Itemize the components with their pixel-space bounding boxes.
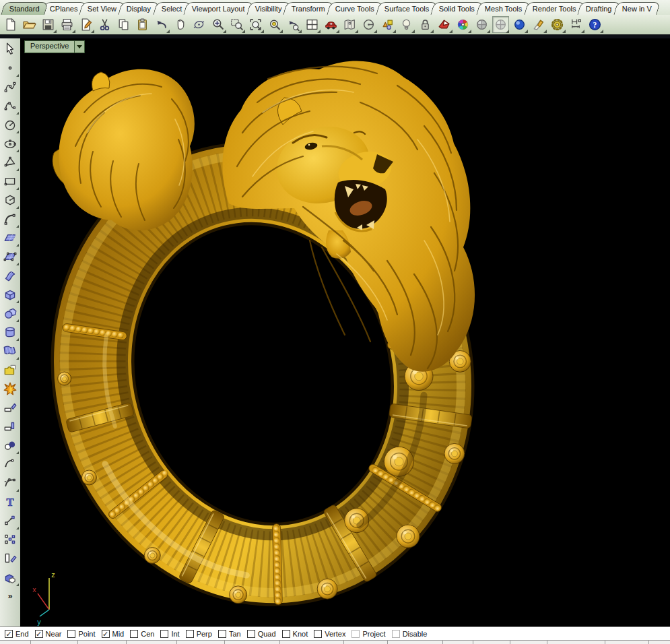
- paint-cone-icon[interactable]: [531, 17, 546, 32]
- ghosted-view-icon[interactable]: [493, 17, 508, 32]
- print-icon[interactable]: [59, 17, 75, 32]
- select-arrow-icon[interactable]: [3, 42, 18, 57]
- circle-icon[interactable]: [3, 117, 18, 132]
- tab-render-tools[interactable]: Render Tools: [524, 2, 584, 15]
- osnap-knot[interactable]: Knot: [282, 630, 308, 638]
- osnap-project-checkbox[interactable]: [351, 630, 360, 638]
- far-lion-head[interactable]: [53, 69, 195, 230]
- tab-viewport-layout[interactable]: Viewport Layout: [183, 2, 253, 15]
- undo-icon[interactable]: [154, 17, 169, 32]
- rendered-view-icon[interactable]: [512, 17, 527, 32]
- rotate-view-icon[interactable]: [191, 17, 207, 32]
- osnap-vertex[interactable]: Vertex: [314, 630, 345, 638]
- osnap-knot-checkbox[interactable]: [282, 630, 290, 638]
- rectangle-icon[interactable]: [3, 174, 18, 189]
- patch-icon[interactable]: [3, 344, 18, 358]
- osnap-vertex-checkbox[interactable]: [314, 630, 322, 638]
- array-icon[interactable]: [3, 532, 18, 547]
- tab-curve-tools[interactable]: Curve Tools: [327, 2, 382, 15]
- color-wheel-icon[interactable]: [455, 17, 471, 32]
- tab-solid-tools[interactable]: Solid Tools: [431, 2, 483, 15]
- pan-hand-icon[interactable]: [172, 17, 188, 32]
- tab-transform[interactable]: Transform: [283, 2, 334, 15]
- shaded-view-icon[interactable]: [474, 17, 490, 32]
- zoom-selected-icon[interactable]: [267, 17, 282, 32]
- boolean-difference-icon[interactable]: [3, 570, 18, 585]
- osnap-perp-checkbox[interactable]: [186, 630, 194, 638]
- undo-view-icon[interactable]: [286, 17, 301, 32]
- open-folder-icon[interactable]: [22, 17, 37, 32]
- arc-icon[interactable]: [3, 212, 18, 226]
- osnap-perp[interactable]: Perp: [186, 630, 212, 638]
- surface-points-icon[interactable]: [3, 249, 18, 264]
- edit-document-icon[interactable]: [78, 17, 94, 32]
- move-points-icon[interactable]: [3, 513, 18, 528]
- cut-icon[interactable]: [97, 17, 112, 32]
- chamfer-edge-icon[interactable]: [3, 419, 18, 434]
- tab-surface-tools[interactable]: Surface Tools: [376, 2, 438, 15]
- polygon-icon[interactable]: [3, 193, 18, 207]
- interp-curve-icon[interactable]: [3, 98, 18, 113]
- layers-map-icon[interactable]: [342, 17, 358, 32]
- light-bulb-icon[interactable]: [399, 17, 414, 32]
- osnap-circle-icon[interactable]: [361, 17, 376, 32]
- object-properties-icon[interactable]: [380, 17, 395, 32]
- zoom-extents-icon[interactable]: [248, 17, 263, 32]
- adjustable-arc-icon[interactable]: [3, 457, 18, 472]
- osnap-quad[interactable]: Quad: [247, 630, 276, 638]
- rebuild-curve-icon[interactable]: [3, 476, 18, 490]
- surface-plane-icon[interactable]: [3, 230, 18, 245]
- render-icon[interactable]: [436, 17, 452, 32]
- control-curve-icon[interactable]: [3, 79, 18, 94]
- named-view-car-icon[interactable]: [323, 17, 339, 32]
- ellipse-icon[interactable]: [3, 136, 18, 151]
- explode-icon[interactable]: [3, 381, 18, 396]
- help-icon[interactable]: ?: [587, 17, 603, 32]
- cylinder-icon[interactable]: [3, 325, 18, 340]
- osnap-point-checkbox[interactable]: [67, 630, 75, 638]
- osnap-int-checkbox[interactable]: [160, 630, 168, 638]
- osnap-disable-checkbox[interactable]: [392, 630, 400, 638]
- osnap-mid-checkbox[interactable]: ✓: [102, 630, 110, 638]
- osnap-near[interactable]: ✓Near: [35, 630, 62, 638]
- more-tools-icon[interactable]: »: [3, 589, 18, 604]
- new-file-icon[interactable]: [3, 17, 18, 32]
- viewport-grid-icon[interactable]: [304, 17, 320, 32]
- save-icon[interactable]: [40, 17, 56, 32]
- zoom-in-icon[interactable]: [210, 17, 226, 32]
- box-icon[interactable]: [3, 287, 18, 302]
- polygon-cone-icon[interactable]: [3, 155, 18, 170]
- lion-bangle-model[interactable]: z x y: [20, 38, 670, 626]
- osnap-near-checkbox[interactable]: ✓: [35, 630, 43, 638]
- osnap-int[interactable]: Int: [160, 630, 179, 638]
- dimension-icon[interactable]: [568, 17, 584, 32]
- osnap-cen-checkbox[interactable]: [130, 630, 138, 638]
- osnap-disable[interactable]: Disable: [392, 630, 428, 638]
- lock-icon[interactable]: [417, 17, 433, 32]
- tab-new-in-v[interactable]: New in V: [613, 2, 660, 15]
- trim-icon[interactable]: [3, 551, 18, 566]
- osnap-point[interactable]: Point: [67, 630, 95, 638]
- text-icon[interactable]: T: [3, 494, 18, 509]
- osnap-quad-checkbox[interactable]: [247, 630, 255, 638]
- osnap-end-checkbox[interactable]: ✓: [5, 630, 13, 638]
- copy-icon[interactable]: [116, 17, 131, 32]
- zoom-window-icon[interactable]: [229, 17, 244, 32]
- paste-icon[interactable]: [135, 17, 150, 32]
- fillet-edge-icon[interactable]: [3, 400, 18, 415]
- osnap-mid[interactable]: ✓Mid: [102, 630, 125, 638]
- viewport-title-label[interactable]: Perspective: [25, 41, 74, 53]
- tab-mesh-tools[interactable]: Mesh Tools: [477, 2, 531, 15]
- solid-sphere-icon[interactable]: [3, 306, 18, 321]
- osnap-end[interactable]: ✓End: [5, 630, 29, 638]
- point-icon[interactable]: [3, 61, 18, 75]
- sweep-surface-icon[interactable]: [3, 268, 18, 283]
- osnap-cen[interactable]: Cen: [130, 630, 154, 638]
- viewport-title-dropdown[interactable]: [74, 41, 84, 53]
- osnap-tan[interactable]: Tan: [218, 630, 241, 638]
- tab-standard[interactable]: Standard: [1, 2, 48, 15]
- osnap-project[interactable]: Project: [351, 630, 385, 638]
- boolean-puzzle-icon[interactable]: [3, 362, 18, 377]
- curve-boolean-icon[interactable]: [3, 438, 18, 453]
- perspective-viewport[interactable]: Perspective: [20, 38, 670, 626]
